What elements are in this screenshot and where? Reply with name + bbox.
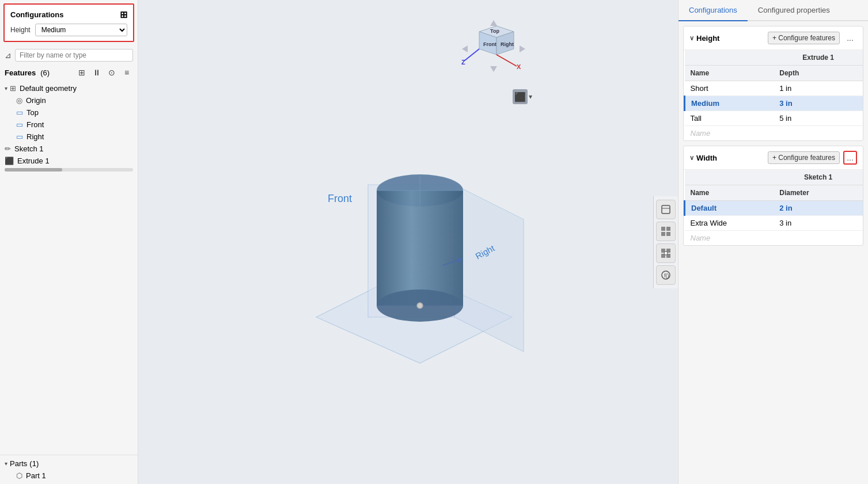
svg-rect-30 <box>661 232 665 236</box>
height-section-title: ∨ Height <box>689 34 764 43</box>
height-feature-header: Extrude 1 <box>774 50 863 66</box>
features-count: (6) <box>40 68 50 77</box>
tool-btn-4[interactable]: f() <box>656 265 676 285</box>
svg-marker-3 <box>520 45 525 52</box>
config-row: Height Short Medium Tall <box>10 24 127 36</box>
origin-icon: ◎ <box>16 96 22 105</box>
filter-icon: ⊿ <box>5 51 12 60</box>
height-select[interactable]: Short Medium Tall <box>35 24 127 36</box>
parts-count: (1) <box>29 459 39 468</box>
width-table: Sketch 1 Name Diameter Default 2 in <box>684 170 863 245</box>
svg-text:Front: Front <box>483 41 496 47</box>
svg-rect-18 <box>377 190 463 306</box>
center-panel[interactable]: Top Front Right Z X ⬛ ▾ <box>138 0 678 484</box>
height-tall-name: Tall <box>685 111 774 126</box>
width-default-name: Default <box>685 201 774 216</box>
height-row-short[interactable]: Short 1 in <box>685 81 863 96</box>
history-icon-btn[interactable]: ⊙ <box>105 66 118 79</box>
plane-icon-front: ▭ <box>16 120 23 129</box>
tree-item-sketch1[interactable]: ✏ Sketch 1 <box>0 143 138 155</box>
right-label: Right <box>26 132 44 141</box>
height-section: ∨ Height + Configure features ... Extrud… <box>683 26 863 141</box>
filter-area: ⊿ <box>0 44 138 64</box>
height-tall-depth: 5 in <box>774 111 863 126</box>
tree-item-extrude1[interactable]: ⬛ Extrude 1 <box>0 155 138 167</box>
height-medium-depth: 3 in <box>774 96 863 111</box>
plane-icon-right: ▭ <box>16 132 23 141</box>
height-new-depth <box>774 126 863 141</box>
features-label: Features <box>5 68 36 77</box>
svg-rect-28 <box>661 227 665 231</box>
tree-item-top[interactable]: ▭ Top <box>0 106 138 119</box>
scrollbar-thumb[interactable] <box>5 168 62 172</box>
width-new-diameter <box>774 231 863 246</box>
config-header: Configurations ⊞ Height Short Medium Tal… <box>3 3 134 42</box>
svg-rect-29 <box>666 227 670 231</box>
width-extra-wide-name: Extra Wide <box>685 216 774 231</box>
width-name-header: Name <box>685 185 774 201</box>
left-panel: Configurations ⊞ Height Short Medium Tal… <box>0 0 138 484</box>
width-col-name <box>685 170 774 185</box>
height-depth-header: Depth <box>774 66 863 81</box>
height-short-depth: 1 in <box>774 81 863 96</box>
height-add-btn-label: + Configure features <box>772 34 835 42</box>
height-new-name-placeholder[interactable]: Name <box>685 126 774 141</box>
extrude-icon: ⬛ <box>5 157 14 165</box>
height-add-config-btn[interactable]: + Configure features <box>768 32 840 44</box>
width-extra-wide-diameter: 3 in <box>774 216 863 231</box>
capture-icon-btn[interactable]: ⊞ <box>75 66 88 79</box>
config-grid-icon: ⊞ <box>120 9 127 20</box>
svg-marker-0 <box>490 20 497 26</box>
width-feature-header: Sketch 1 <box>774 170 863 185</box>
features-header: Features (6) ⊞ ⏸ ⊙ ≡ <box>0 64 138 81</box>
tab-configured-properties[interactable]: Configured properties <box>748 0 840 21</box>
width-section: ∨ Width + Configure features ... Sketch … <box>683 146 863 246</box>
config-header-title: Configurations ⊞ <box>10 9 127 20</box>
part-icon: ⬡ <box>16 471 22 480</box>
app-container: Configurations ⊞ Height Short Medium Tal… <box>0 0 868 484</box>
svg-text:Z: Z <box>461 59 465 66</box>
tree-item-front[interactable]: ▭ Front <box>0 119 138 131</box>
right-scroll-area[interactable]: ∨ Height + Configure features ... Extrud… <box>679 21 868 484</box>
top-label: Top <box>26 108 39 117</box>
pause-icon-btn[interactable]: ⏸ <box>90 66 103 79</box>
tool-btn-3[interactable] <box>656 243 676 263</box>
part1-label: Part 1 <box>26 471 46 480</box>
width-diameter-header: Diameter <box>774 185 863 201</box>
height-row-medium[interactable]: Medium 3 in <box>685 96 863 111</box>
parts-header[interactable]: ▾ Parts (1) <box>0 458 138 470</box>
height-row-new[interactable]: Name <box>685 126 863 141</box>
width-row-extra-wide[interactable]: Extra Wide 3 in <box>685 216 863 231</box>
width-add-config-btn[interactable]: + Configure features <box>768 151 840 164</box>
tree-item-part1[interactable]: ⬡ Part 1 <box>0 470 138 482</box>
tool-btn-2[interactable] <box>656 222 676 241</box>
tab-configurations[interactable]: Configurations <box>679 0 748 21</box>
tree-item-origin[interactable]: ◎ Origin <box>0 94 138 106</box>
width-section-header: ∨ Width + Configure features ... <box>684 146 863 170</box>
svg-text:Top: Top <box>490 28 499 34</box>
height-col-name <box>685 50 774 66</box>
right-tabs: Configurations Configured properties <box>679 0 868 21</box>
height-more-btn[interactable]: ... <box>843 31 857 45</box>
height-row-tall[interactable]: Tall 5 in <box>685 111 863 126</box>
svg-text:f(): f() <box>664 273 669 279</box>
sketch-icon: ✏ <box>5 144 11 153</box>
svg-text:Front: Front <box>328 193 352 204</box>
svg-rect-27 <box>662 205 670 214</box>
height-section-header: ∨ Height + Configure features ... <box>684 26 863 50</box>
width-row-new[interactable]: Name <box>685 231 863 246</box>
list-icon-btn[interactable]: ≡ <box>120 66 133 79</box>
svg-point-36 <box>664 251 668 255</box>
tree-group-default-geometry[interactable]: ▾ ⊞ Default geometry <box>0 82 138 94</box>
width-chevron-icon: ∨ <box>689 154 694 162</box>
width-more-btn[interactable]: ... <box>843 151 857 165</box>
parts-label: Parts <box>10 459 27 468</box>
width-section-title: ∨ Width <box>689 154 764 162</box>
tool-btn-1[interactable] <box>656 200 676 219</box>
width-row-default[interactable]: Default 2 in <box>685 201 863 216</box>
front-label: Front <box>26 120 44 129</box>
filter-input[interactable] <box>15 49 133 62</box>
tree-item-right[interactable]: ▭ Right <box>0 131 138 143</box>
width-new-name-placeholder[interactable]: Name <box>685 231 774 246</box>
tool-sidebar: f() <box>653 196 678 288</box>
